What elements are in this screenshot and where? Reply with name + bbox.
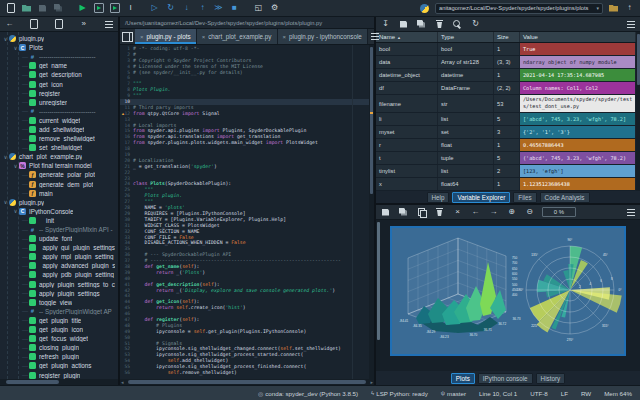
column-header-value[interactable]: Value [520, 32, 636, 42]
remove-plot-icon[interactable] [434, 207, 445, 218]
variable-row[interactable]: lilist5['abcd', 745, 3.23, 'wfgh', 78.2] [376, 113, 636, 126]
line-ending[interactable]: LF [561, 390, 568, 397]
variable-value-cell[interactable]: True [520, 43, 636, 55]
variable-value-cell[interactable]: {'2', '1', '3'} [520, 126, 636, 138]
working-directory-combo[interactable]: anitagomez/Local/Dev-Spyder/spyder/spyde… [435, 3, 603, 14]
run-cell-advance-icon[interactable] [109, 3, 120, 14]
editor-tab[interactable]: ×plugin.py - ipythonconsole [278, 29, 368, 44]
run-cell-icon[interactable] [93, 3, 104, 14]
variable-row[interactable]: rfloat10.46567886443 [376, 139, 636, 152]
variable-value-cell[interactable]: ('abcd', 745, 3.23, 'wfgh', 78.2) [520, 152, 636, 164]
remove-variable-icon[interactable] [434, 19, 445, 30]
variable-row[interactable]: mysetset3{'2', '1', '3'} [376, 126, 636, 139]
variable-row[interactable]: dfDataFrame(2, 2)Column names: Col1, Col… [376, 82, 636, 95]
stop-icon[interactable]: ■ [229, 3, 240, 14]
variable-row[interactable]: boolbool1True [376, 43, 636, 56]
search-icon[interactable] [452, 19, 463, 30]
new-file-icon[interactable] [5, 3, 16, 14]
save-data-as-icon[interactable] [416, 19, 427, 30]
variable-value-cell[interactable]: ['abcd', 745, 3.23, 'wfgh', 78.2] [520, 113, 636, 125]
column-header-name[interactable]: Name▲ [376, 32, 438, 42]
scroll-right-arrow[interactable]: ▸ [370, 379, 373, 385]
conda-environment[interactable]: ◎conda: spyder_dev (Python 3.8.5) [258, 390, 358, 397]
variable-row[interactable]: tinylistlist2[123, 'efgh'] [376, 165, 636, 178]
save-all-plots-icon[interactable] [398, 207, 409, 218]
column-header-type[interactable]: Type [438, 32, 494, 42]
panel-tab[interactable]: IPython console [478, 373, 533, 384]
variable-row[interactable]: datetime_objectdatetime12021-04-14 17:35… [376, 69, 636, 82]
scrollbar-thumb[interactable] [377, 222, 380, 340]
variable-value-cell[interactable]: 2021-04-14 17:35:14.687985 [520, 69, 636, 81]
panel-tab[interactable]: History [536, 373, 566, 384]
save-icon[interactable] [37, 3, 48, 14]
variable-row[interactable]: ttuple5('abcd', 745, 3.23, 'wfgh', 78.2) [376, 152, 636, 165]
variable-row[interactable]: dataArray of str128(3, 3)ndarray object … [376, 56, 636, 69]
collapse-all-icon[interactable] [29, 19, 40, 30]
options-menu-icon[interactable] [625, 19, 636, 30]
variable-value-cell[interactable]: /Users/Documents/spyder/spyder/tests/tes… [520, 95, 636, 112]
close-tab-icon[interactable]: × [140, 34, 144, 40]
variable-row[interactable]: filenamestr53/Users/Documents/spyder/spy… [376, 95, 636, 113]
import-data-icon[interactable]: ↧ [380, 19, 391, 30]
save-data-icon[interactable] [398, 19, 409, 30]
scrollbar-thumb[interactable] [6, 380, 59, 384]
variable-value-cell[interactable]: 1.1235123686438 [520, 178, 636, 190]
parent-directory-button[interactable]: ↑ [624, 3, 635, 14]
outline-horizontal-scrollbar[interactable] [0, 379, 118, 385]
panel-tab[interactable]: Plots [451, 373, 475, 384]
variable-value-cell[interactable]: [123, 'efgh'] [520, 165, 636, 177]
scrollbar-thumb[interactable] [370, 47, 373, 194]
copy-plot-icon[interactable] [416, 207, 427, 218]
thumbnails-scrollbar[interactable] [376, 220, 380, 371]
run-icon[interactable]: ▶ [77, 3, 88, 14]
panel-tab[interactable]: Variable Explorer [452, 192, 510, 203]
cursor-position[interactable]: Line 10, Col 1 [479, 390, 517, 397]
run-selection-icon[interactable]: I [125, 3, 136, 14]
debug-icon[interactable]: ▷ [149, 3, 160, 14]
panel-tab[interactable]: Files [513, 192, 536, 203]
zoom-in-icon[interactable]: ⊕ [506, 207, 517, 218]
browse-tabs-icon[interactable] [122, 31, 133, 42]
editor-tab[interactable]: ×chart_plot_example.py [197, 29, 278, 44]
variable-value-cell[interactable]: Column names: Col1, Col2 [520, 82, 636, 94]
editor-vertical-scrollbar[interactable] [369, 45, 374, 379]
remove-all-plots-icon[interactable]: × [452, 207, 463, 218]
wrench-icon[interactable]: ⚙ [269, 3, 280, 14]
table-vertical-scrollbar[interactable] [636, 32, 640, 191]
scrollbar-thumb[interactable] [637, 34, 640, 85]
open-file-icon[interactable] [21, 3, 32, 14]
browse-directory-button[interactable] [608, 3, 619, 14]
maximize-pane-icon[interactable]: ◱ [253, 3, 264, 14]
panel-tab[interactable]: Code Analysis [540, 192, 590, 203]
panel-tab[interactable]: Help [427, 192, 450, 203]
code-area[interactable]: 1# -*- coding: utf-8 -*-2#3# Copyright ©… [120, 45, 374, 379]
memory-usage[interactable]: Mem 64% [604, 390, 632, 397]
variable-value-cell[interactable]: ndarray object of numpy module [520, 56, 636, 68]
zoom-level[interactable]: 0 % [542, 207, 576, 217]
follow-cursor-icon[interactable]: » [78, 19, 89, 30]
permissions[interactable]: RW [581, 390, 591, 397]
zoom-out-icon[interactable]: ⊖ [524, 207, 535, 218]
close-tab-icon[interactable]: × [283, 34, 287, 40]
continue-icon[interactable]: ≫ [213, 3, 224, 14]
options-menu-icon[interactable] [103, 19, 114, 30]
editor-tab[interactable]: ×plugin.py - plots [135, 29, 197, 44]
go-to-cursor-icon[interactable]: ← [4, 19, 15, 30]
step-into-icon[interactable]: ↓ [181, 3, 192, 14]
step-over-icon[interactable]: ↻ [165, 3, 176, 14]
encoding[interactable]: UTF-8 [530, 390, 548, 397]
next-plot-icon[interactable]: → [488, 207, 499, 218]
variable-row[interactable]: xfloat6411.1235123686438 [376, 178, 636, 191]
scroll-left-arrow[interactable]: ◂ [121, 379, 124, 385]
previous-plot-icon[interactable]: ← [470, 207, 481, 218]
editor-options-menu-icon[interactable] [370, 31, 381, 42]
lsp-status[interactable]: ϟLSP Python: ready [371, 390, 428, 397]
scrollbar-thumb[interactable] [128, 380, 366, 384]
close-tab-icon[interactable]: × [202, 34, 206, 40]
editor-horizontal-scrollbar[interactable]: ◂ ▸ [120, 379, 374, 385]
code-line[interactable]: 56 self.remove_shellwidget) [120, 370, 369, 376]
options-menu-icon[interactable] [625, 207, 636, 218]
expand-all-icon[interactable] [54, 19, 65, 30]
variable-value-cell[interactable]: 0.46567886443 [520, 139, 636, 151]
refresh-icon[interactable]: ↻ [470, 19, 481, 30]
